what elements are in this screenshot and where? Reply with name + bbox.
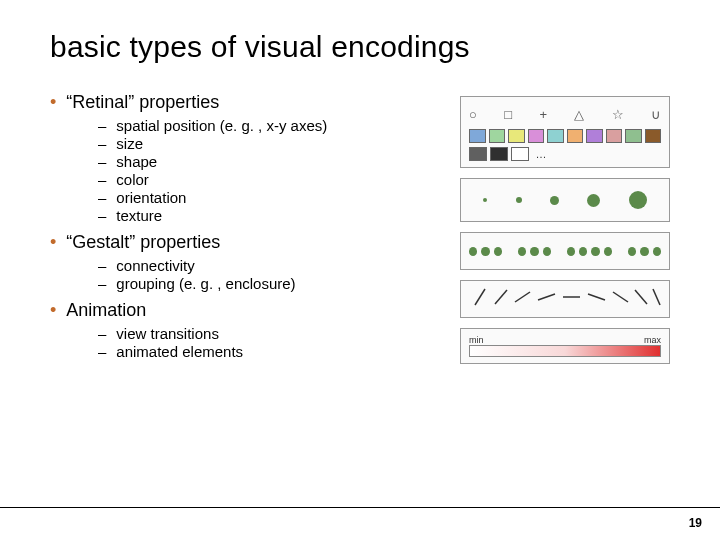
group-dot-icon: [579, 247, 587, 256]
color-swatch: [489, 129, 506, 143]
slide-title: basic types of visual encodings: [50, 30, 670, 64]
group-dot-icon: [640, 247, 648, 256]
group-dot-icon: [591, 247, 599, 256]
bullet-list: • “Retinal” properties –spatial position…: [50, 92, 460, 360]
svg-line-3: [538, 294, 555, 300]
shape-row: ○ □ + △ ☆ ∪: [469, 103, 661, 125]
group-row: [469, 239, 661, 263]
sub-item: –animated elements: [98, 343, 460, 360]
bullet-item: • “Retinal” properties –spatial position…: [50, 92, 460, 224]
sub-label: grouping (e. g. , enclosure): [116, 275, 295, 292]
color-swatch: [508, 129, 525, 143]
svg-line-8: [653, 289, 660, 305]
sub-list: –view transitions –animated elements: [50, 325, 460, 360]
shape-glyph: ∪: [651, 107, 661, 122]
panel-orientation: [460, 280, 670, 318]
gradient-bar-icon: [469, 345, 661, 357]
color-swatch: [469, 147, 487, 161]
panel-size: [460, 178, 670, 222]
footer-divider: [0, 507, 720, 508]
color-swatch: [490, 147, 508, 161]
sub-list: –spatial position (e. g. , x-y axes) –si…: [50, 117, 460, 224]
content-row: • “Retinal” properties –spatial position…: [50, 92, 670, 374]
dash-icon: –: [98, 207, 106, 224]
figure-column: ○ □ + △ ☆ ∪ …: [460, 92, 670, 374]
size-dot-icon: [483, 198, 487, 202]
sub-item: –spatial position (e. g. , x-y axes): [98, 117, 460, 134]
color-swatch: [528, 129, 545, 143]
sub-item: –grouping (e. g. , enclosure): [98, 275, 460, 292]
sub-item: –color: [98, 171, 460, 188]
size-dot-icon: [516, 197, 522, 203]
bullet-item: • Animation –view transitions –animated …: [50, 300, 460, 360]
orientation-icon: [469, 287, 661, 307]
size-row: [469, 185, 661, 215]
sub-label: size: [116, 135, 143, 152]
bullet-marker-icon: •: [50, 233, 56, 251]
svg-line-6: [613, 292, 628, 302]
dash-icon: –: [98, 257, 106, 274]
shape-glyph: △: [574, 107, 584, 122]
gradient-max-label: max: [644, 335, 661, 345]
color-swatch: [606, 129, 623, 143]
bullet-label: Animation: [66, 300, 146, 321]
color-swatch: [645, 129, 662, 143]
sub-list: –connectivity –grouping (e. g. , enclosu…: [50, 257, 460, 292]
group-dot-icon: [567, 247, 575, 256]
panel-gradient: min max: [460, 328, 670, 364]
dash-icon: –: [98, 275, 106, 292]
page-number: 19: [689, 516, 702, 530]
sub-label: texture: [116, 207, 162, 224]
dash-icon: –: [98, 117, 106, 134]
group-dot-icon: [604, 247, 612, 256]
dash-icon: –: [98, 343, 106, 360]
group-dot-icon: [481, 247, 489, 256]
svg-line-1: [495, 290, 507, 304]
color-swatch: [586, 129, 603, 143]
text-column: • “Retinal” properties –spatial position…: [50, 92, 460, 374]
orientation-row: [469, 287, 661, 311]
panel-grouping: [460, 232, 670, 270]
sub-item: –size: [98, 135, 460, 152]
panel-shape-color: ○ □ + △ ☆ ∪ …: [460, 96, 670, 168]
sub-item: –shape: [98, 153, 460, 170]
sub-item: –orientation: [98, 189, 460, 206]
svg-line-7: [635, 290, 647, 304]
size-dot-icon: [629, 191, 647, 209]
gradient-row: min max: [469, 335, 661, 357]
shape-glyph: □: [504, 107, 512, 122]
sub-item: –texture: [98, 207, 460, 224]
svg-line-0: [475, 289, 485, 305]
dash-icon: –: [98, 325, 106, 342]
sub-item: –connectivity: [98, 257, 460, 274]
sub-label: animated elements: [116, 343, 243, 360]
color-swatch: [511, 147, 529, 161]
group-dot-icon: [530, 247, 538, 256]
sub-item: –view transitions: [98, 325, 460, 342]
sub-label: shape: [116, 153, 157, 170]
bullet-marker-icon: •: [50, 301, 56, 319]
color-row: …: [469, 147, 661, 161]
shape-glyph: ○: [469, 107, 477, 122]
bullet-item: • “Gestalt” properties –connectivity –gr…: [50, 232, 460, 292]
sub-label: connectivity: [116, 257, 194, 274]
sub-label: color: [116, 171, 149, 188]
bullet-label: “Gestalt” properties: [66, 232, 220, 253]
color-swatch: [469, 129, 486, 143]
dash-icon: –: [98, 135, 106, 152]
sub-label: spatial position (e. g. , x-y axes): [116, 117, 327, 134]
gradient-min-label: min: [469, 335, 484, 345]
dash-icon: –: [98, 153, 106, 170]
color-swatch: [625, 129, 642, 143]
group-dot-icon: [469, 247, 477, 256]
color-swatch: [567, 129, 584, 143]
group-dot-icon: [628, 247, 636, 256]
color-swatch: [547, 129, 564, 143]
shape-glyph: ☆: [612, 107, 624, 122]
svg-line-5: [588, 294, 605, 300]
slide: basic types of visual encodings • “Retin…: [0, 0, 720, 540]
group-dot-icon: [653, 247, 661, 256]
group-dot-icon: [543, 247, 551, 256]
shape-glyph: +: [539, 107, 547, 122]
size-dot-icon: [550, 196, 559, 205]
